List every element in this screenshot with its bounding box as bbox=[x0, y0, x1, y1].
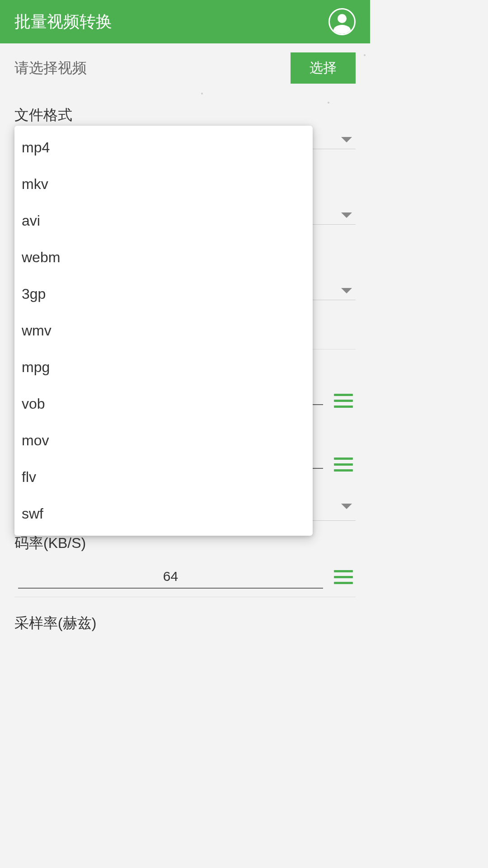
menu-icon[interactable] bbox=[334, 458, 353, 472]
format-options-popup: mp4mkvaviwebm3gpwmvmpgvobmovflvswf bbox=[14, 126, 313, 536]
chevron-down-icon bbox=[341, 137, 352, 142]
samplerate-label: 采样率(赫兹) bbox=[14, 601, 356, 641]
format-option-mov[interactable]: mov bbox=[14, 422, 313, 459]
menu-icon[interactable] bbox=[334, 570, 353, 584]
profile-avatar-icon[interactable] bbox=[328, 8, 356, 35]
chevron-down-icon bbox=[341, 288, 352, 293]
menu-icon[interactable] bbox=[334, 394, 353, 408]
video-select-row: 请选择视频 选择 bbox=[14, 43, 356, 93]
format-option-flv[interactable]: flv bbox=[14, 459, 313, 495]
format-option-3gp[interactable]: 3gp bbox=[14, 276, 313, 312]
select-prompt-label: 请选择视频 bbox=[14, 58, 87, 78]
format-option-swf[interactable]: swf bbox=[14, 495, 313, 532]
format-option-webm[interactable]: webm bbox=[14, 239, 313, 276]
app-header: 批量视频转换 bbox=[0, 0, 370, 43]
format-option-vob[interactable]: vob bbox=[14, 386, 313, 422]
format-option-mp4[interactable]: mp4 bbox=[14, 129, 313, 166]
format-option-avi[interactable]: avi bbox=[14, 203, 313, 239]
format-option-mpg[interactable]: mpg bbox=[14, 349, 313, 386]
format-option-wmv[interactable]: wmv bbox=[14, 312, 313, 349]
divider bbox=[14, 597, 356, 597]
chevron-down-icon bbox=[341, 504, 352, 509]
bitrate-row: 64 bbox=[14, 561, 356, 593]
select-video-button[interactable]: 选择 bbox=[291, 52, 356, 84]
chevron-down-icon bbox=[341, 212, 352, 218]
bitrate-value[interactable]: 64 bbox=[18, 565, 323, 589]
format-option-mkv[interactable]: mkv bbox=[14, 166, 313, 203]
app-title: 批量视频转换 bbox=[14, 11, 112, 33]
